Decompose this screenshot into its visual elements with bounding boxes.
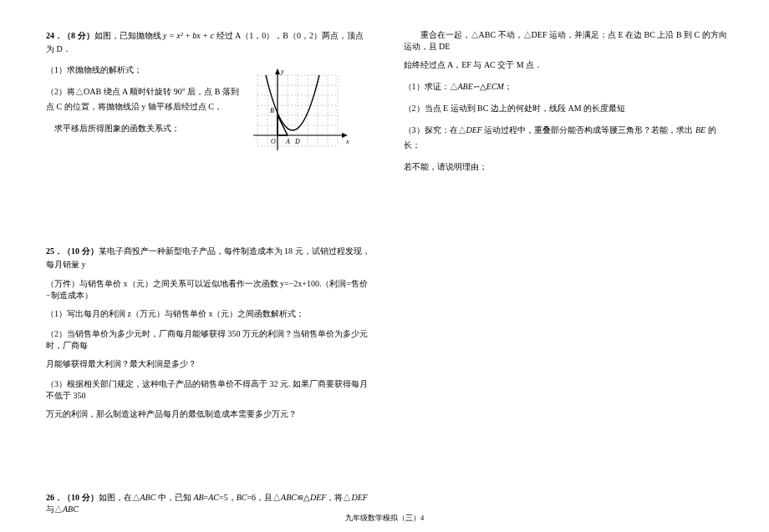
p24-q1: （1）求抛物线的解析式； bbox=[46, 63, 245, 78]
p25-q3-2: 万元的利润，那么制造这种产品每月的最低制造成本需要多少万元？ bbox=[46, 407, 370, 422]
graph-A: A bbox=[285, 138, 290, 145]
p26-v6: =6，且△ bbox=[247, 493, 281, 502]
parabola-graph: y x O A B D bbox=[249, 67, 354, 165]
p25-number: 25． bbox=[46, 246, 63, 256]
p26c-be: BE bbox=[695, 125, 705, 134]
problem-24: 24．（8 分）如图，已知抛物线 y = x² + bx + c 经过 A（1，… bbox=[46, 29, 370, 136]
p26-abc: ABC bbox=[140, 493, 156, 502]
p24-formula: y = x² + bx + c bbox=[163, 31, 214, 40]
left-column: 24．（8 分）如图，已知抛物线 y = x² + bx + c 经过 A（1，… bbox=[46, 29, 370, 515]
p26-number: 26． bbox=[46, 493, 63, 502]
p24-q2-2: 求平移后所得图象的函数关系式； bbox=[46, 121, 245, 136]
p25-q2-1: （2）当销售单价为多少元时，厂商每月能够获得 350 万元的利润？当销售单价为多… bbox=[46, 328, 370, 352]
problem-25: 25．（10 分）某电子商投产一种新型电子产品，每件制造成本为 18 元，试销过… bbox=[46, 245, 370, 422]
p26c-def: DEF bbox=[466, 125, 482, 134]
p25-q1: （1）写出每月的利润 z（万元）与销售单价 x（元）之间函数解析式； bbox=[46, 307, 370, 322]
p26-bc: BC bbox=[237, 493, 247, 502]
p25-intro2: （万件）与销售单价 x（元）之间关系可以近似地看作一次函数 y=−2x+100.… bbox=[46, 278, 370, 301]
p26c-q3-2: 运动过程中，重叠部分能否构成等腰三角形？若能，求出 bbox=[482, 125, 695, 134]
p26-abc2: ABC bbox=[281, 493, 297, 502]
graph-O: O bbox=[271, 138, 276, 145]
graph-svg: y x O A B D bbox=[249, 67, 354, 163]
p26c-sim: ∽△ bbox=[473, 82, 486, 91]
p26c-semi: ； bbox=[504, 82, 512, 91]
graph-x-label: x bbox=[345, 138, 349, 145]
right-column: 重合在一起，△ABC 不动，△DEF 运动，并满足：点 E 在边 BC 上沿 B… bbox=[404, 29, 728, 515]
p26-i1: 如图，在△ bbox=[99, 493, 140, 502]
graph-B: B bbox=[270, 107, 274, 114]
p26c-q2: （2）当点 E 运动到 BC 边上的何处时，线段 AM 的长度最短 bbox=[404, 101, 728, 116]
p24-number: 24． bbox=[46, 31, 63, 40]
p26c-l1: 重合在一起，△ABC 不动，△DEF 运动，并满足：点 E 在边 BC 上沿 B… bbox=[404, 29, 728, 53]
p25-q3-1: （3）根据相关部门规定，这种电子产品的销售单价不得高于 32 元. 如果厂商要获… bbox=[46, 378, 370, 402]
problem-26-header: 26．（10 分）如图，在△ABC 中，已知 AB=AC=5，BC=6，且△AB… bbox=[46, 492, 370, 515]
p25-q2-2: 月能够获得最大利润？最大利润是多少？ bbox=[46, 357, 370, 372]
p26-i2: 中，已知 bbox=[155, 493, 193, 502]
p26-ab: AB bbox=[193, 493, 203, 502]
p24-points: （8 分） bbox=[63, 31, 94, 40]
p26-def: DEF bbox=[310, 493, 326, 502]
p26-v5: =5， bbox=[219, 493, 237, 502]
p26c-q1-1: （1）求证：△ bbox=[404, 82, 458, 91]
p26c-ecm: ECM bbox=[486, 82, 504, 91]
p26c-l2: 始终经过点 A，EF 与 AC 交于 M 点． bbox=[404, 58, 728, 73]
svg-marker-18 bbox=[275, 68, 280, 74]
page-footer: 九年级数学模拟（三）4 bbox=[0, 513, 769, 524]
graph-y-label: y bbox=[280, 68, 284, 75]
p26-def2: DEF bbox=[351, 493, 367, 502]
p26c-q3-4: 若不能，请说明理由； bbox=[404, 160, 728, 175]
p26-comma: ，将△ bbox=[326, 493, 351, 502]
p26-points: （10 分） bbox=[63, 493, 99, 502]
p26c-q3-1: （3）探究：在△ bbox=[404, 125, 466, 134]
p26c-abe: ABE bbox=[458, 82, 473, 91]
p26-cong: ≌△ bbox=[297, 493, 310, 502]
p24-q2-1: （2）将△OAB 绕点 A 顺时针旋转 90° 后，点 B 落到点 C 的位置，… bbox=[46, 84, 245, 114]
p26-ac: AC bbox=[208, 493, 219, 502]
p24-intro1: 如图，已知抛物线 bbox=[94, 31, 164, 40]
p25-points: （10 分） bbox=[63, 246, 99, 256]
graph-D: D bbox=[294, 138, 300, 145]
